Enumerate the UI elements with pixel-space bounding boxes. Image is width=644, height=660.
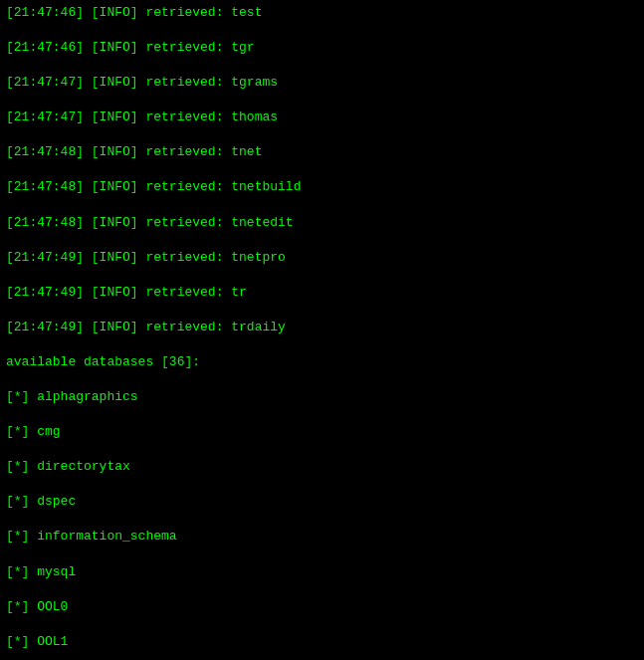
terminal-line: [*] information_schema: [6, 528, 638, 546]
terminal-line: [*] OOL0: [6, 598, 638, 616]
terminal-line: [*] dspec: [6, 493, 638, 511]
terminal-line: [*] mysql: [6, 563, 638, 581]
terminal-line: [21:47:47] [INFO] retrieved: thomas: [6, 109, 638, 126]
terminal-line: [21:47:46] [INFO] retrieved: tgr: [6, 39, 638, 57]
terminal-line: [21:47:48] [INFO] retrieved: tnetedit: [6, 214, 638, 232]
terminal-line: [21:47:46] [INFO] retrieved: test: [6, 4, 638, 22]
terminal-line: [*] cmg: [6, 423, 638, 441]
terminal-line: available databases [36]:: [6, 353, 638, 371]
terminal-line: [21:47:49] [INFO] retrieved: tnetpro: [6, 249, 638, 267]
terminal-line: [21:47:49] [INFO] retrieved: tr: [6, 284, 638, 302]
terminal-line: [21:47:49] [INFO] retrieved: trdaily: [6, 319, 638, 336]
terminal-window[interactable]: [21:47:46] [INFO] retrieved: test [21:47…: [0, 0, 644, 660]
terminal-line: [*] alphagraphics: [6, 388, 638, 406]
terminal-line: [*] directorytax: [6, 458, 638, 476]
terminal-line: [21:47:48] [INFO] retrieved: tnetbuild: [6, 178, 638, 196]
terminal-line: [21:47:48] [INFO] retrieved: tnet: [6, 143, 638, 161]
terminal-line: [*] OOL1: [6, 633, 638, 651]
terminal-line: [21:47:47] [INFO] retrieved: tgrams: [6, 74, 638, 92]
